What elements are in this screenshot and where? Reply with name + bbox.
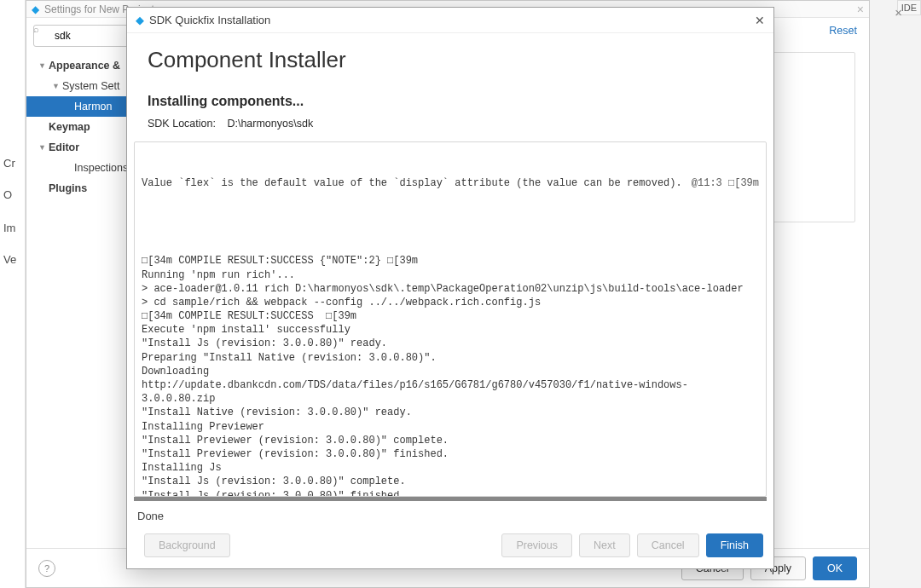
app-icon: ◆: [136, 14, 144, 26]
tree-item-label: Harmon: [74, 101, 112, 112]
search-icon: ⌕: [33, 24, 39, 34]
parent-close-icon[interactable]: ×: [895, 5, 902, 20]
dialog-titlebar: ◆ SDK Quickfix Installation ✕: [127, 8, 773, 33]
left-item[interactable]: Ve: [0, 250, 25, 269]
left-item[interactable]: Im: [0, 218, 25, 238]
finish-button[interactable]: Finish: [706, 533, 763, 557]
install-log: Value `flex` is the default value of the…: [134, 141, 767, 497]
left-item[interactable]: O: [0, 185, 25, 205]
log-position: @11:3 □[39m: [692, 176, 759, 190]
sdk-location-label: SDK Location:: [148, 118, 216, 130]
previous-button: Previous: [501, 533, 572, 557]
app-icon: ◆: [32, 3, 39, 15]
background-button: Background: [144, 533, 230, 557]
reset-link[interactable]: Reset: [829, 25, 857, 37]
tree-item-label: Plugins: [49, 182, 87, 194]
chevron-down-icon: ▼: [38, 143, 49, 152]
status-label: Done: [127, 501, 773, 522]
cancel-button: Cancel: [637, 533, 699, 557]
tree-item-label: Inspections: [74, 162, 128, 174]
left-toolbar: Cr O Im Ve: [0, 0, 26, 588]
close-icon[interactable]: ✕: [755, 14, 765, 27]
tree-item-label: Appearance &: [49, 60, 120, 72]
left-item[interactable]: Cr: [0, 153, 25, 173]
tree-item-label: Keymap: [49, 121, 90, 133]
dialog-footer: Background Previous Next Cancel Finish: [127, 522, 773, 568]
log-body: □[34m COMPILE RESULT:SUCCESS {"NOTE":2} …: [142, 254, 759, 497]
dialog-heading: Component Installer: [148, 47, 753, 73]
installer-dialog: ◆ SDK Quickfix Installation ✕ Component …: [126, 7, 774, 569]
sdk-location-value: D:\harmonyos\sdk: [227, 118, 313, 130]
tree-item-label: Editor: [49, 141, 79, 153]
sdk-location-row: SDK Location: D:\harmonyos\sdk: [148, 118, 753, 130]
next-button: Next: [579, 533, 630, 557]
log-line: Value `flex` is the default value of the…: [142, 176, 692, 190]
ok-button[interactable]: OK: [813, 556, 857, 580]
chevron-down-icon: ▼: [52, 82, 62, 90]
dialog-title: SDK Quickfix Installation: [149, 14, 270, 26]
tree-item-label: System Sett: [62, 80, 119, 92]
settings-close-icon[interactable]: ×: [857, 3, 864, 16]
dialog-subheading: Installing components...: [148, 94, 753, 109]
help-button[interactable]: ?: [38, 560, 55, 577]
chevron-down-icon: ▼: [38, 61, 49, 70]
